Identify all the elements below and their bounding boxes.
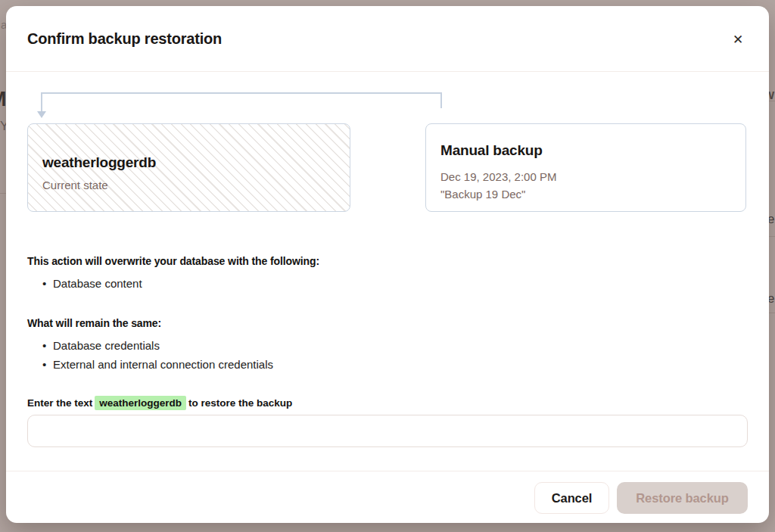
arrow-down-icon bbox=[37, 111, 46, 118]
connector-line bbox=[41, 92, 442, 94]
dialog-title: Confirm backup restoration bbox=[27, 30, 222, 48]
backup-title: Manual backup bbox=[440, 142, 543, 159]
remain-section: What will remain the same: Database cred… bbox=[27, 317, 273, 374]
dialog-footer: Cancel Restore backup bbox=[6, 471, 769, 523]
confirm-prefix: Enter the text bbox=[27, 397, 92, 409]
overwrite-list: Database content bbox=[27, 274, 319, 293]
confirm-backup-restoration-dialog: Confirm backup restoration ✕ weatherlogg… bbox=[6, 6, 769, 523]
bg-divider bbox=[0, 193, 6, 194]
backup-meta: Dec 19, 2023, 2:00 PM "Backup 19 Dec" bbox=[440, 168, 556, 203]
bg-divider bbox=[769, 101, 775, 101]
current-state-card: weatherloggerdb Current state bbox=[27, 123, 350, 212]
connector-line bbox=[41, 92, 42, 111]
close-icon[interactable]: ✕ bbox=[727, 29, 749, 51]
confirm-instruction: Enter the textweatherloggerdbto restore … bbox=[27, 397, 292, 409]
remain-heading: What will remain the same: bbox=[27, 317, 273, 329]
confirm-suffix: to restore the backup bbox=[188, 397, 292, 409]
overwrite-section: This action will overwrite your database… bbox=[27, 255, 319, 293]
backup-date: Dec 19, 2023, 2:00 PM bbox=[440, 168, 556, 185]
overwrite-heading: This action will overwrite your database… bbox=[27, 255, 319, 267]
bg-divider bbox=[769, 236, 775, 237]
current-state-label: Current state bbox=[42, 179, 108, 191]
connector-line bbox=[440, 92, 442, 108]
list-item: Database credentials bbox=[27, 336, 273, 355]
remain-list: Database credentials External and intern… bbox=[27, 336, 273, 374]
confirm-text-input[interactable] bbox=[27, 415, 748, 447]
list-item: Database content bbox=[27, 274, 319, 293]
manual-backup-card: Manual backup Dec 19, 2023, 2:00 PM "Bac… bbox=[425, 123, 746, 212]
bg-divider bbox=[769, 313, 775, 313]
restore-backup-button[interactable]: Restore backup bbox=[617, 482, 748, 514]
backup-label: "Backup 19 Dec" bbox=[440, 185, 556, 203]
cancel-button[interactable]: Cancel bbox=[534, 482, 609, 514]
dialog-header: Confirm backup restoration ✕ bbox=[6, 6, 769, 72]
list-item: External and internal connection credent… bbox=[27, 355, 273, 374]
confirm-highlight-text: weatherloggerdb bbox=[95, 396, 186, 410]
database-name: weatherloggerdb bbox=[42, 154, 156, 171]
